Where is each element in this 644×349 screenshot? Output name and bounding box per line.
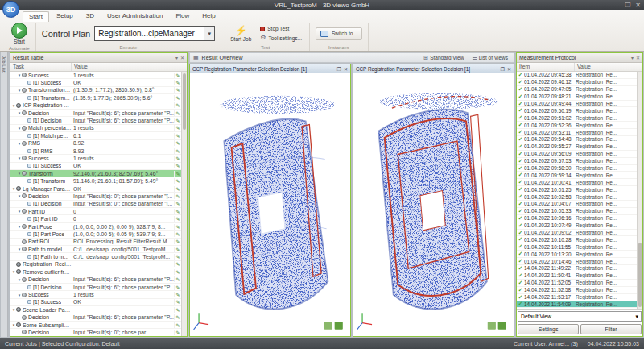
chevron-down-icon[interactable]: ▾ <box>204 27 214 40</box>
edit-icon[interactable]: ✎ <box>174 73 181 78</box>
result-table-row[interactable]: [1] Match pe...6.1✎ <box>10 132 181 139</box>
panel-close-icon[interactable]: ✕ <box>180 55 184 60</box>
panel-pin-icon[interactable]: ▾ <box>631 55 634 60</box>
protocol-row[interactable]: ✓14.04.2022 11:49:22Registration_Re... <box>517 265 637 272</box>
protocol-row[interactable]: ✓14.04.2022 11:50:41Registration_Re... <box>517 272 637 280</box>
protocol-row[interactable]: ✓01.04.2022 10:09:02Registration_Re... <box>517 230 637 237</box>
result-table-row[interactable]: [1] DecisionInput "Result(s): 6"; chose … <box>10 284 181 291</box>
edit-icon[interactable]: ✎ <box>174 276 181 282</box>
result-table-row[interactable]: [1] DecisionInput "Result(s): 0"; chose … <box>10 201 181 208</box>
pointcloud-canvas-right[interactable] <box>353 73 514 336</box>
column-header-task[interactable]: Task <box>10 63 72 71</box>
scrollbar-thumb[interactable] <box>638 243 642 307</box>
result-table-row[interactable]: ▾Success1 results✎ <box>10 72 181 79</box>
result-table-row[interactable]: [1] Part Pose(1.0, 0.0; 0.00 5); 0.05 9)… <box>10 231 181 238</box>
scrollbar-thumb[interactable] <box>183 73 186 130</box>
edit-icon[interactable]: ✎ <box>174 102 181 108</box>
column-header-value[interactable]: Value <box>72 63 187 71</box>
edit-icon[interactable]: ✎ <box>174 269 181 275</box>
result-table-row[interactable]: Part ROIROI_Processing_Result.FilterResu… <box>10 239 181 246</box>
edit-icon[interactable]: ✎ <box>174 254 181 260</box>
edit-icon[interactable]: ✎ <box>174 186 181 192</box>
edit-icon[interactable]: ✎ <box>174 330 181 335</box>
edit-icon[interactable]: ✎ <box>174 231 181 237</box>
edit-icon[interactable]: ✎ <box>174 125 181 131</box>
result-table-row[interactable]: [1] Transform91.146.0; 21.60.1; 81.57.89… <box>10 177 181 185</box>
ribbon-tab-flow[interactable]: Flow <box>170 11 195 22</box>
protocol-row[interactable]: ✓01.04.2022 09:57:53Registration_Re... <box>517 158 637 165</box>
maximize-button[interactable]: ❐ <box>625 0 630 10</box>
edit-icon[interactable]: ✎ <box>174 178 181 184</box>
edit-icon[interactable]: ✎ <box>174 322 181 328</box>
protocol-row[interactable]: ✓01.04.2022 10:14:46Registration_Re... <box>517 258 637 265</box>
result-table-row[interactable]: ▾Transform92.146.0; 21.60.3; 82.57.69); … <box>10 170 181 177</box>
ribbon-tab-start[interactable]: Start <box>23 11 49 22</box>
filter-button[interactable]: Filter <box>580 324 642 334</box>
result-table-row[interactable]: ▾DecisionInput "Result(s): 0"; chose par… <box>10 193 181 200</box>
protocol-row[interactable]: ✓14.04.2022 11:54:09Registration_Re... <box>517 301 637 309</box>
recipe-select[interactable]: Registration...cipeManager ▾ <box>94 26 215 41</box>
start-job-button[interactable]: ⚡ Start Job <box>227 25 254 43</box>
protocol-row[interactable]: ✓01.04.2022 09:45:38Registration_Re... <box>517 72 637 79</box>
viewport-right[interactable]: CCP Registration Parameter Selection Dec… <box>353 64 514 337</box>
switch-to-button[interactable]: Switch to... <box>316 27 362 40</box>
result-table-row[interactable]: ▾DecisionInput "Result(s): 6"; chose par… <box>10 110 181 117</box>
edit-icon[interactable]: ✎ <box>174 148 181 154</box>
edit-icon[interactable]: ✎ <box>174 171 181 177</box>
result-table-row[interactable]: [1] SuccessOK✎ <box>10 79 181 86</box>
edit-icon[interactable]: ✎ <box>174 209 181 214</box>
protocol-row[interactable]: ✓01.04.2022 09:55:27Registration_Re... <box>517 143 637 151</box>
protocol-row[interactable]: ✓01.04.2022 09:46:12Registration_Re... <box>517 79 637 86</box>
result-table-row[interactable]: ▾Success1 results✎ <box>10 291 181 298</box>
minimize-button[interactable]: — <box>613 0 620 10</box>
result-table-row[interactable]: ▾Some Subsampling P...✎ <box>10 322 181 329</box>
tool-settings-button[interactable]: ⚙ Tool settings... <box>258 34 303 42</box>
result-table-row[interactable]: ▾DecisionInput "Result(s): 6"; chose par… <box>10 276 181 284</box>
result-table-row[interactable]: ▾Part ID0✎ <box>10 208 181 215</box>
protocol-row[interactable]: ✓01.04.2022 10:02:58Registration_Re... <box>517 193 637 201</box>
panel-pin-icon[interactable]: ▾ <box>175 55 178 60</box>
view-select[interactable]: Default View ▾ <box>518 311 642 322</box>
result-table-row[interactable]: ▾Scene Loader Parame...✎ <box>10 306 181 314</box>
edit-icon[interactable]: ✎ <box>174 110 181 116</box>
protocol-scrollbar[interactable] <box>637 72 642 309</box>
viewport-close-icon[interactable]: ✕ <box>507 66 511 72</box>
protocol-row[interactable]: ✓01.04.2022 09:56:09Registration_Re... <box>517 151 637 158</box>
result-table-row[interactable]: ▾Part Pose(1.0, 0.0; 0.00 2); 0.00 9); 5… <box>10 223 181 231</box>
result-table-row[interactable]: ▾Path to modelC:/L_dev/snap_config/5001_… <box>10 246 181 253</box>
protocol-row[interactable]: ✓01.04.2022 09:47:05Registration_Re... <box>517 86 637 93</box>
result-table-row[interactable]: DecisionInput "Result(s): 6"; chose para… <box>10 314 181 322</box>
collapsed-panel-tab[interactable]: Job List <box>1 52 8 337</box>
result-table-row[interactable]: DecisionInput "Result(s): 0"; chose par.… <box>10 329 181 336</box>
app-logo-icon[interactable]: 3D <box>2 1 19 18</box>
protocol-row[interactable]: ✓01.04.2022 10:11:55Registration_Re... <box>517 243 637 251</box>
column-header-value[interactable]: Value <box>575 63 642 71</box>
result-table-row[interactable]: ▾Transformation to...((1.30.9; 1.77.2); … <box>10 87 181 94</box>
edit-icon[interactable]: ✎ <box>174 299 181 305</box>
protocol-row[interactable]: ✓01.04.2022 10:05:33Registration_Re... <box>517 208 637 215</box>
result-table-row[interactable]: [1] SuccessOK✎ <box>10 163 181 170</box>
edit-icon[interactable]: ✎ <box>174 80 181 85</box>
edit-icon[interactable]: ✎ <box>174 314 181 320</box>
edit-icon[interactable]: ✎ <box>174 216 181 222</box>
edit-icon[interactable]: ✎ <box>174 118 181 123</box>
result-table-row[interactable]: ▾Lg Manager Paramet...OK✎ <box>10 185 181 193</box>
edit-icon[interactable]: ✎ <box>174 201 181 206</box>
protocol-row[interactable]: ✓01.04.2022 10:10:28Registration_Re... <box>517 236 637 243</box>
result-table-scrollbar[interactable] <box>181 72 187 336</box>
edit-icon[interactable]: ✎ <box>174 224 181 230</box>
close-button[interactable]: ✕ <box>635 0 641 10</box>
result-table-row[interactable]: [1] RMS8.93✎ <box>10 147 181 155</box>
result-table-row[interactable]: ▾RMS8.92✎ <box>10 140 181 147</box>
edit-icon[interactable]: ✎ <box>174 292 181 297</box>
edit-icon[interactable]: ✎ <box>174 307 181 313</box>
panel-close-icon[interactable]: ✕ <box>636 55 640 60</box>
edit-icon[interactable]: ✎ <box>174 163 181 168</box>
viewport-restore-icon[interactable]: ❐ <box>337 66 341 72</box>
protocol-row[interactable]: ✓01.04.2022 09:54:48Registration_Re... <box>517 136 637 143</box>
result-table-row[interactable]: Registration_Recipe...✎ <box>10 261 181 268</box>
edit-icon[interactable]: ✎ <box>174 247 181 252</box>
viewport-restore-icon[interactable]: ❐ <box>501 66 505 72</box>
ribbon-tab-3d[interactable]: 3D <box>80 11 100 22</box>
protocol-row[interactable]: ✓01.04.2022 09:52:36Registration_Re... <box>517 122 637 129</box>
